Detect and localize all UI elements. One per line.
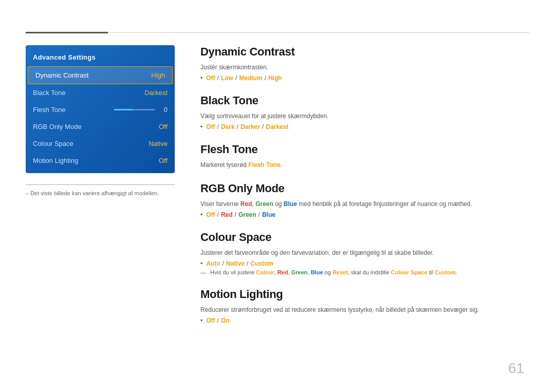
left-panel: Advanced Settings Dynamic Contrast High … xyxy=(26,45,175,196)
slider-track xyxy=(114,109,155,110)
options-line-dynamic-contrast: • Off / Low / Medium / High xyxy=(200,74,529,82)
section-title-black-tone: Black Tone xyxy=(200,94,529,107)
opt-off: Off xyxy=(206,123,215,130)
sep: / xyxy=(223,260,224,267)
sep: / xyxy=(235,74,237,82)
opt-dark: Dark xyxy=(221,123,235,130)
opt-red: Red xyxy=(221,211,233,218)
opt-native: Native xyxy=(226,260,245,267)
menu-item-value: Off xyxy=(159,157,168,164)
menu-item-label: Black Tone xyxy=(33,89,65,97)
menu-item-value: High xyxy=(151,71,165,79)
note-section: – Det viste billede kan variere afhængig… xyxy=(26,184,175,196)
section-black-tone: Black Tone Vælg sortniveauet for at just… xyxy=(200,94,529,130)
sep: / xyxy=(217,74,219,82)
menu-item-motion-lighting[interactable]: Motion Lighting Off xyxy=(26,152,175,169)
section-desc-motion-lighting: Reducerer strømforbruget ved at reducere… xyxy=(200,305,529,314)
menu-item-value: Darkest xyxy=(144,89,168,97)
sep: / xyxy=(258,211,260,218)
section-title-dynamic-contrast: Dynamic Contrast xyxy=(200,45,529,59)
subnote-green: Green xyxy=(291,269,308,275)
section-desc-flesh-tone: Markeret lyserød Flesh Tone. xyxy=(200,160,529,170)
section-desc-colour-space: Justerer det farveområde og den farvevar… xyxy=(200,248,529,257)
menu-item-value: Off xyxy=(159,123,168,130)
options-line-colour-space: • Auto / Native / Custom xyxy=(200,260,529,267)
sub-note-colour-space: — Hvis du vil justere Colour, Red, Green… xyxy=(200,269,529,275)
sub-note-dash: — xyxy=(200,269,206,275)
section-dynamic-contrast: Dynamic Contrast Justér skærmkontrasten.… xyxy=(200,45,529,82)
section-motion-lighting: Motion Lighting Reducerer strømforbruget… xyxy=(200,288,529,324)
desc-blue: Blue xyxy=(284,200,297,208)
bullet: • xyxy=(200,211,202,218)
section-title-motion-lighting: Motion Lighting xyxy=(200,288,529,301)
sep: / xyxy=(265,74,266,82)
section-desc-dynamic-contrast: Justér skærmkontrasten. xyxy=(200,63,529,72)
menu-item-black-tone[interactable]: Black Tone Darkest xyxy=(26,84,175,101)
menu-title: Advanced Settings xyxy=(26,49,175,66)
desc-red: Red xyxy=(240,200,252,208)
bullet: • xyxy=(200,123,202,130)
slider-fill xyxy=(114,109,133,110)
sep: / xyxy=(235,211,236,218)
sep: / xyxy=(217,317,219,324)
opt-off: Off xyxy=(206,74,215,82)
opt-custom: Custom xyxy=(250,260,273,267)
opt-darker: Darker xyxy=(240,123,260,130)
subnote-colour: Colour xyxy=(256,269,274,275)
menu-item-colour-space[interactable]: Colour Space Native xyxy=(26,135,175,152)
flesh-tone-highlight: Flesh Tone xyxy=(248,161,280,169)
bullet: • xyxy=(200,74,202,82)
menu-item-label: Flesh Tone xyxy=(33,106,65,114)
options-line-rgb: • Off / Red / Green / Blue xyxy=(200,211,529,218)
desc-green: Green xyxy=(255,200,273,208)
menu-item-dynamic-contrast[interactable]: Dynamic Contrast High xyxy=(28,66,173,84)
section-title-colour-space: Colour Space xyxy=(200,231,529,244)
options-line-black-tone: • Off / Dark / Darker / Darkest xyxy=(200,123,529,130)
section-desc-rgb-only-mode: Viser farverne Red, Green og Blue med he… xyxy=(200,199,529,209)
opt-green: Green xyxy=(238,211,256,218)
menu-item-flesh-tone[interactable]: Flesh Tone 0 xyxy=(26,101,175,118)
section-flesh-tone: Flesh Tone Markeret lyserød Flesh Tone. xyxy=(200,143,529,170)
subnote-red: Red xyxy=(278,269,288,275)
menu-item-label: Dynamic Contrast xyxy=(35,71,88,79)
right-content: Dynamic Contrast Justér skærmkontrasten.… xyxy=(200,45,529,337)
options-line-motion-lighting: • Off / On xyxy=(200,317,529,324)
top-line-thick xyxy=(26,32,108,33)
sep: / xyxy=(247,260,248,267)
opt-on: On xyxy=(221,317,230,324)
menu-item-label: Motion Lighting xyxy=(33,157,78,164)
sep: / xyxy=(237,123,238,130)
slider-value: 0 xyxy=(159,106,168,114)
opt-medium: Medium xyxy=(239,74,262,82)
top-decorative-lines xyxy=(26,32,529,33)
slider-row: 0 xyxy=(114,106,168,114)
sub-note-text: Hvis du vil justere Colour, Red, Green, … xyxy=(210,269,457,275)
subnote-custom: Custom xyxy=(435,269,456,275)
sep: / xyxy=(262,123,264,130)
top-line-thin xyxy=(108,32,529,33)
menu-box: Advanced Settings Dynamic Contrast High … xyxy=(26,45,175,173)
bullet: • xyxy=(200,260,202,267)
section-colour-space: Colour Space Justerer det farveområde og… xyxy=(200,231,529,275)
bullet: • xyxy=(200,317,202,324)
opt-blue: Blue xyxy=(262,211,275,218)
section-desc-black-tone: Vælg sortniveauet for at justere skærmdy… xyxy=(200,111,529,121)
opt-low: Low xyxy=(221,74,233,82)
opt-darkest: Darkest xyxy=(266,123,288,130)
section-title-rgb-only-mode: RGB Only Mode xyxy=(200,182,529,195)
sep: / xyxy=(217,211,219,218)
opt-off: Off xyxy=(206,317,215,324)
opt-high: High xyxy=(268,74,282,82)
section-title-flesh-tone: Flesh Tone xyxy=(200,143,529,156)
section-rgb-only-mode: RGB Only Mode Viser farverne Red, Green … xyxy=(200,182,529,218)
page-number: 61 xyxy=(508,360,524,377)
subnote-colour-space: Colour Space xyxy=(391,269,428,275)
note-text: – Det viste billede kan variere afhængig… xyxy=(26,190,175,196)
menu-item-label: Colour Space xyxy=(33,140,73,147)
opt-off: Off xyxy=(206,211,215,218)
menu-item-value: Native xyxy=(149,140,168,147)
subnote-reset: Reset xyxy=(332,269,348,275)
subnote-blue: Blue xyxy=(311,269,323,275)
menu-item-rgb-only-mode[interactable]: RGB Only Mode Off xyxy=(26,118,175,135)
sep: / xyxy=(217,123,219,130)
